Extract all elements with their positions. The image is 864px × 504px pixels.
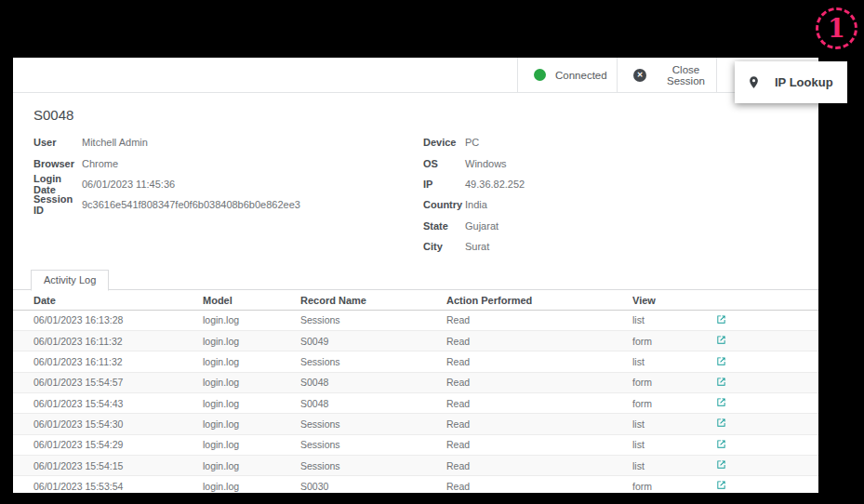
cell-view[interactable]: form bbox=[632, 372, 716, 392]
field-row: Session ID 9c3616e541f808347fe0f6b038408… bbox=[33, 194, 423, 215]
cell-date[interactable]: 06/01/2023 15:54:29 bbox=[13, 434, 203, 455]
open-record-button[interactable] bbox=[716, 314, 726, 325]
map-marker-icon bbox=[747, 73, 761, 91]
open-record-button[interactable] bbox=[716, 480, 726, 490]
cell-view[interactable]: form bbox=[632, 393, 716, 414]
table-row[interactable]: 06/01/2023 15:54:43 login.log S0048 Read… bbox=[13, 393, 818, 414]
cell-model[interactable]: login.log bbox=[203, 455, 300, 475]
field-label: Device bbox=[423, 137, 465, 148]
annotation-step-1: 1 bbox=[816, 7, 857, 49]
cell-record-name[interactable]: S0048 bbox=[300, 393, 446, 414]
close-circle-icon: ✕ bbox=[633, 69, 646, 82]
status-toolbar: Connected ✕ Close Session IP Lookup bbox=[13, 58, 818, 93]
field-value: Mitchell Admin bbox=[82, 137, 148, 148]
cell-record-name[interactable]: Sessions bbox=[300, 310, 446, 330]
column-header-record-name[interactable]: Record Name bbox=[300, 290, 446, 310]
cell-date[interactable]: 06/01/2023 15:54:57 bbox=[13, 372, 203, 392]
cell-record-name[interactable]: Sessions bbox=[300, 455, 446, 475]
cell-action[interactable]: Read bbox=[446, 310, 632, 330]
open-record-button[interactable] bbox=[716, 418, 726, 428]
field-label: Country bbox=[423, 199, 465, 210]
open-record-button[interactable] bbox=[716, 377, 726, 387]
fields-column-right: Device PC OS Windows IP 49.36.82.252 bbox=[423, 132, 818, 257]
external-link-icon bbox=[716, 314, 726, 325]
cell-view[interactable]: list bbox=[632, 351, 716, 372]
cell-action[interactable]: Read bbox=[446, 455, 632, 475]
open-record-button[interactable] bbox=[716, 397, 726, 407]
page-title: S0048 bbox=[33, 107, 818, 123]
cell-view[interactable]: form bbox=[632, 331, 716, 351]
cell-date[interactable]: 06/01/2023 15:53:54 bbox=[13, 476, 203, 493]
cell-action[interactable]: Read bbox=[446, 393, 632, 414]
cell-record-name[interactable]: Sessions bbox=[300, 414, 446, 434]
field-label: Session ID bbox=[33, 193, 82, 216]
cell-view[interactable]: form bbox=[632, 476, 716, 493]
table-row[interactable]: 06/01/2023 15:54:30 login.log Sessions R… bbox=[13, 414, 818, 434]
field-value: India bbox=[465, 199, 487, 210]
cell-model[interactable]: login.log bbox=[203, 372, 300, 392]
cell-view[interactable]: list bbox=[632, 434, 716, 455]
table-row[interactable]: 06/01/2023 15:54:57 login.log S0048 Read… bbox=[13, 372, 818, 392]
tab-activity-log[interactable]: Activity Log bbox=[31, 270, 109, 291]
cell-model[interactable]: login.log bbox=[203, 434, 300, 455]
cell-model[interactable]: login.log bbox=[203, 393, 300, 414]
cell-date[interactable]: 06/01/2023 16:11:32 bbox=[13, 351, 203, 372]
session-fields: User Mitchell Admin Browser Chrome Login… bbox=[33, 132, 818, 257]
table-row[interactable]: 06/01/2023 16:11:32 login.log Sessions R… bbox=[13, 351, 818, 372]
open-record-button[interactable] bbox=[716, 335, 726, 345]
activity-log-table: Date Model Record Name Action Performed … bbox=[13, 290, 818, 493]
cell-open-record bbox=[716, 455, 818, 475]
table-row[interactable]: 06/01/2023 16:11:32 login.log S0049 Read… bbox=[13, 331, 818, 351]
cell-date[interactable]: 06/01/2023 16:11:32 bbox=[13, 331, 203, 351]
field-label: City bbox=[423, 241, 465, 252]
cell-view[interactable]: list bbox=[632, 455, 716, 475]
cell-model[interactable]: login.log bbox=[203, 331, 300, 351]
connected-status-icon bbox=[534, 69, 546, 81]
table-row[interactable]: 06/01/2023 15:53:54 login.log S0030 Read… bbox=[13, 476, 818, 493]
ip-lookup-popup[interactable]: IP Lookup bbox=[735, 61, 847, 103]
cell-open-record bbox=[716, 476, 818, 493]
field-row: State Gujarat bbox=[423, 216, 818, 236]
cell-record-name[interactable]: S0049 bbox=[300, 331, 446, 351]
cell-model[interactable]: login.log bbox=[203, 414, 300, 434]
cell-date[interactable]: 06/01/2023 15:54:43 bbox=[13, 393, 203, 414]
table-row[interactable]: 06/01/2023 15:54:29 login.log Sessions R… bbox=[13, 434, 818, 455]
cell-action[interactable]: Read bbox=[446, 331, 632, 351]
field-row: Login Date 06/01/2023 11:45:36 bbox=[33, 174, 423, 194]
connected-button[interactable]: Connected bbox=[517, 58, 617, 92]
cell-view[interactable]: list bbox=[632, 310, 716, 330]
cell-model[interactable]: login.log bbox=[203, 310, 300, 330]
cell-date[interactable]: 06/01/2023 15:54:15 bbox=[13, 455, 203, 475]
column-header-view[interactable]: View bbox=[632, 290, 716, 310]
cell-open-record bbox=[716, 393, 818, 414]
cell-model[interactable]: login.log bbox=[203, 476, 300, 493]
table-header-row: Date Model Record Name Action Performed … bbox=[13, 290, 818, 310]
field-value: Surat bbox=[465, 241, 489, 252]
table-row[interactable]: 06/01/2023 15:54:15 login.log Sessions R… bbox=[13, 455, 818, 475]
field-value: PC bbox=[465, 137, 479, 148]
cell-view[interactable]: list bbox=[632, 414, 716, 434]
table-row[interactable]: 06/01/2023 16:13:28 login.log Sessions R… bbox=[13, 310, 818, 330]
cell-record-name[interactable]: S0048 bbox=[300, 372, 446, 392]
cell-action[interactable]: Read bbox=[446, 372, 632, 392]
cell-date[interactable]: 06/01/2023 16:13:28 bbox=[13, 310, 203, 330]
cell-action[interactable]: Read bbox=[446, 414, 632, 434]
external-link-icon bbox=[716, 418, 726, 428]
open-record-button[interactable] bbox=[716, 356, 726, 366]
cell-action[interactable]: Read bbox=[446, 476, 632, 493]
column-header-action-performed[interactable]: Action Performed bbox=[446, 290, 632, 310]
external-link-icon bbox=[716, 480, 726, 490]
cell-date[interactable]: 06/01/2023 15:54:30 bbox=[13, 414, 203, 434]
column-header-model[interactable]: Model bbox=[203, 290, 300, 310]
cell-model[interactable]: login.log bbox=[203, 351, 300, 372]
open-record-button[interactable] bbox=[716, 459, 726, 470]
cell-record-name[interactable]: Sessions bbox=[300, 351, 446, 372]
open-record-button[interactable] bbox=[716, 439, 726, 449]
close-session-button[interactable]: ✕ Close Session bbox=[617, 58, 716, 92]
column-header-date[interactable]: Date bbox=[13, 290, 203, 310]
column-header-open bbox=[716, 290, 818, 310]
cell-action[interactable]: Read bbox=[446, 434, 632, 455]
cell-record-name[interactable]: S0030 bbox=[300, 476, 446, 493]
cell-action[interactable]: Read bbox=[446, 351, 632, 372]
cell-record-name[interactable]: Sessions bbox=[300, 434, 446, 455]
